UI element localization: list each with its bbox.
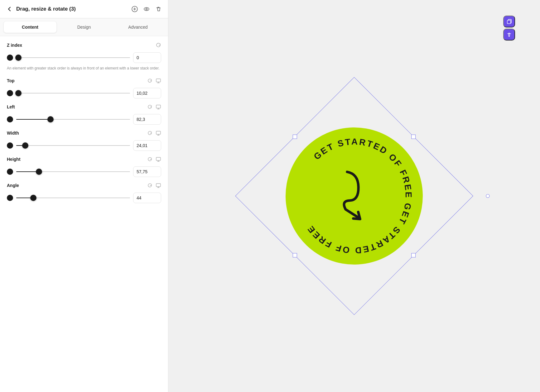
height-input[interactable] [133,166,161,177]
z-index-control [7,52,161,63]
height-slider[interactable] [16,171,130,172]
top-responsive-button[interactable] [156,78,161,84]
svg-rect-3 [156,79,161,82]
left-header: Left [7,104,161,110]
reset-small-icon [147,78,152,84]
left-control-row [7,114,161,125]
back-button[interactable] [6,6,12,12]
eye-icon [143,6,150,12]
canvas-selection-area: GET STARTED OF FREE GET STARTED OF FREE [248,90,460,302]
handle-left[interactable] [293,135,297,139]
svg-rect-9 [507,20,511,24]
handle-top[interactable] [411,135,416,139]
z-index-reset-button[interactable] [156,42,161,48]
delete-icon-button[interactable] [155,6,162,12]
trash-small-icon [506,31,512,38]
svg-rect-5 [156,131,161,134]
height-header: Height [7,156,161,162]
top-control-row [7,88,161,98]
left-thumb [7,116,13,122]
width-label: Width [7,131,19,136]
preview-icon-button[interactable] [143,6,150,12]
left-label: Left [7,104,15,109]
panel-header: Drag, resize & rotate (3) [0,0,168,18]
angle-slider[interactable] [16,198,130,198]
action-delete-button[interactable] [503,29,515,41]
top-header: Top [7,78,161,84]
angle-input[interactable] [133,193,161,203]
top-control-icons [147,78,161,84]
svg-point-1 [144,7,149,11]
panel-content: Z index An element with greater stack or… [0,36,168,392]
handle-rotate[interactable] [485,194,490,199]
back-icon [6,6,12,12]
svg-point-2 [146,8,147,10]
width-control-icons [147,130,161,136]
svg-rect-6 [156,157,161,160]
reset-small-icon-3 [147,131,152,136]
width-responsive-button[interactable] [156,130,161,136]
reset-small-icon-5 [147,183,152,188]
tab-advanced[interactable]: Advanced [112,22,164,33]
angle-control-icons [147,183,161,188]
reset-small-icon-2 [147,104,152,110]
top-input[interactable] [133,88,161,98]
z-index-header: Z index [7,42,161,48]
monitor-icon-3 [156,130,161,136]
height-reset-button[interactable] [147,157,152,162]
svg-rect-7 [156,184,161,187]
tab-design[interactable]: Design [58,22,110,33]
tab-content[interactable]: Content [4,22,56,33]
left-input[interactable] [133,114,161,125]
left-reset-button[interactable] [147,104,152,110]
left-responsive-button[interactable] [156,104,161,110]
width-slider[interactable] [16,145,130,146]
handle-bottom[interactable] [293,253,297,257]
width-control-row [7,140,161,151]
top-label: Top [7,78,15,83]
z-index-thumb [7,55,13,61]
height-thumb [7,169,13,175]
z-index-hint: An element with greater stack order is a… [7,65,161,71]
angle-thumb [7,195,13,201]
top-slider[interactable] [16,93,130,93]
action-copy-button[interactable] [503,16,515,27]
angle-header: Angle [7,183,161,188]
add-icon-button[interactable] [131,6,138,12]
header-icons [131,6,162,12]
monitor-icon-5 [156,183,161,188]
top-reset-button[interactable] [147,78,152,84]
selection-diamond [235,77,473,315]
reset-icon [156,42,161,48]
width-header: Width [7,130,161,136]
add-icon [131,6,138,12]
height-control-icons [147,156,161,162]
monitor-icon-2 [156,104,161,110]
height-responsive-button[interactable] [156,156,161,162]
monitor-icon [156,78,161,84]
width-reset-button[interactable] [147,131,152,136]
monitor-icon-4 [156,156,161,162]
width-input[interactable] [133,140,161,151]
left-panel: Drag, resize & rotate (3) [0,0,168,392]
copy-icon [506,18,512,25]
z-index-slider[interactable] [16,57,130,58]
reset-small-icon-4 [147,157,152,162]
element-actions [503,16,515,41]
handle-right[interactable] [411,253,416,257]
angle-label: Angle [7,183,19,188]
svg-rect-4 [156,105,161,108]
height-label: Height [7,157,21,162]
angle-control-row [7,193,161,203]
canvas-area[interactable]: GET STARTED OF FREE GET STARTED OF FREE [168,0,540,392]
z-index-label: Z index [7,43,22,48]
left-slider[interactable] [16,119,130,120]
height-control-row [7,166,161,177]
panel-title: Drag, resize & rotate (3) [16,6,128,12]
angle-reset-button[interactable] [147,183,152,188]
top-thumb [7,90,13,96]
trash-icon [155,6,162,12]
angle-responsive-button[interactable] [156,183,161,188]
z-index-input[interactable] [133,52,161,63]
width-thumb [7,142,13,149]
